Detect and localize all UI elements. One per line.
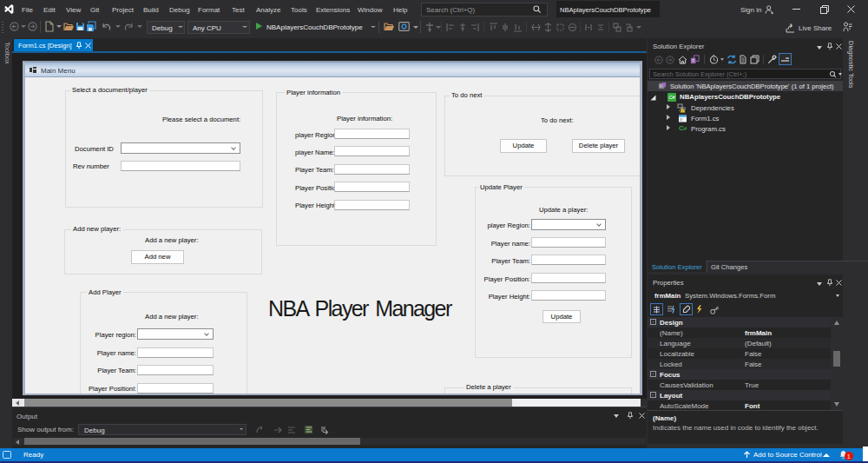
svg-text:!: !: [682, 109, 683, 113]
